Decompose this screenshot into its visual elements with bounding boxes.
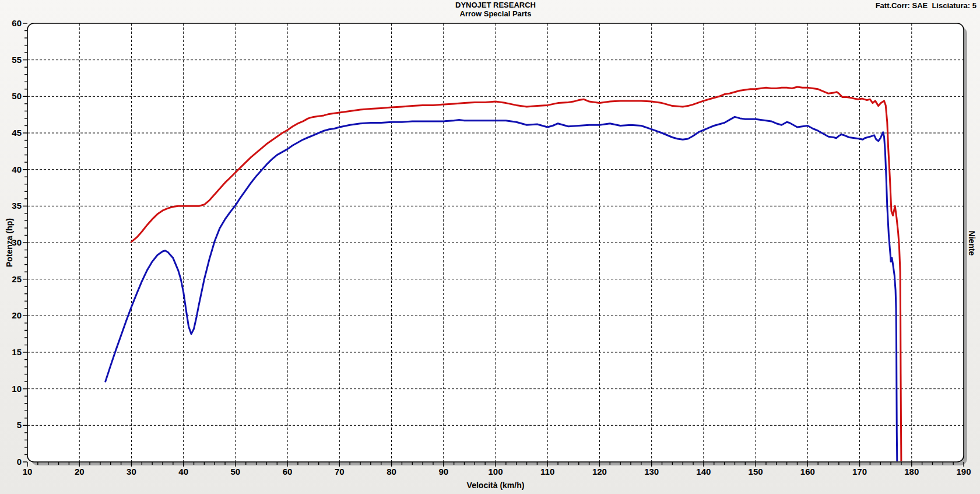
svg-text:180: 180 — [904, 467, 919, 477]
dyno-chart-page: DYNOJET RESEARCH Arrow Special Parts Fat… — [0, 0, 980, 494]
right-axis-label: Niente — [967, 231, 977, 256]
svg-text:40: 40 — [12, 164, 22, 174]
svg-text:160: 160 — [800, 467, 815, 477]
svg-text:55: 55 — [12, 55, 22, 65]
svg-text:60: 60 — [12, 18, 22, 28]
svg-text:10: 10 — [12, 384, 22, 394]
svg-text:15: 15 — [12, 347, 22, 357]
svg-text:25: 25 — [12, 274, 22, 284]
svg-text:90: 90 — [438, 467, 448, 477]
svg-text:120: 120 — [592, 467, 607, 477]
svg-text:100: 100 — [488, 467, 503, 477]
svg-text:130: 130 — [644, 467, 659, 477]
svg-text:110: 110 — [540, 467, 554, 477]
x-axis-label: Velocità (km/h) — [27, 481, 964, 490]
x-tick-labels: 1020304050607080901001101201301401501601… — [23, 467, 971, 477]
svg-text:170: 170 — [852, 467, 867, 477]
svg-text:140: 140 — [696, 467, 711, 477]
svg-text:5: 5 — [17, 420, 22, 430]
svg-text:190: 190 — [956, 467, 971, 477]
svg-text:35: 35 — [12, 201, 22, 211]
svg-text:0: 0 — [17, 457, 22, 467]
svg-text:10: 10 — [23, 467, 33, 477]
svg-text:50: 50 — [12, 91, 22, 101]
svg-text:20: 20 — [12, 310, 22, 320]
svg-text:150: 150 — [749, 467, 763, 477]
svg-text:80: 80 — [387, 467, 396, 477]
svg-text:70: 70 — [335, 467, 345, 477]
svg-text:40: 40 — [178, 467, 188, 477]
svg-text:60: 60 — [283, 467, 293, 477]
svg-text:30: 30 — [127, 467, 136, 477]
svg-text:50: 50 — [231, 467, 241, 477]
svg-text:20: 20 — [75, 467, 85, 477]
y-axis-label: Potenza (hp) — [5, 218, 14, 267]
svg-text:45: 45 — [12, 128, 22, 138]
dyno-plot: 1020304050607080901001101201301401501601… — [0, 0, 980, 494]
